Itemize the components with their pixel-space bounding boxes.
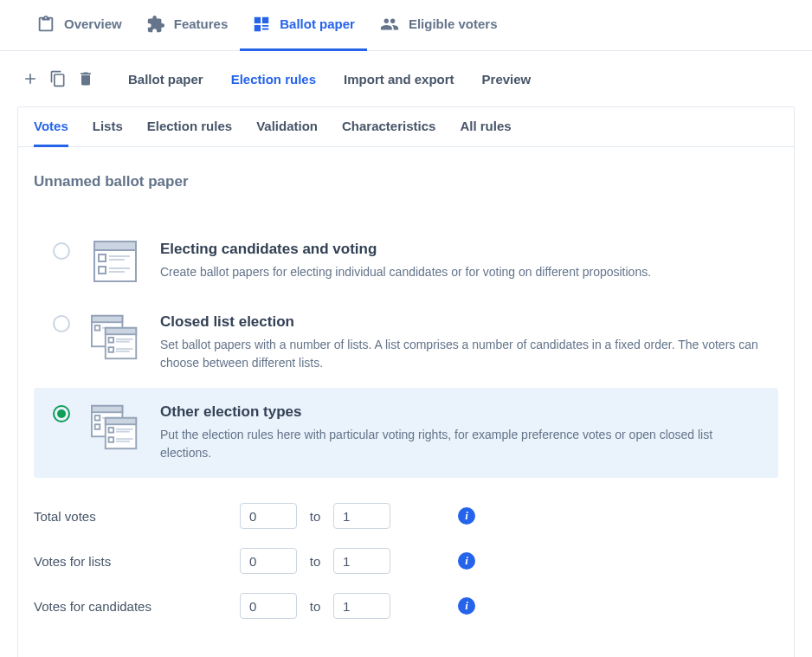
svg-rect-13 xyxy=(106,328,136,334)
copy-icon[interactable] xyxy=(48,69,68,88)
total-votes-from-input[interactable] xyxy=(240,503,297,529)
inner-tab-lists[interactable]: Lists xyxy=(93,107,123,147)
option-desc: Set ballot papers with a number of lists… xyxy=(160,336,759,372)
rule-row-total-votes: Total votes to i xyxy=(34,493,778,538)
rules-grid: Total votes to i Votes for lists to i Vo… xyxy=(34,493,778,628)
to-label: to xyxy=(306,554,325,569)
svg-rect-26 xyxy=(106,418,136,424)
inner-tab-validation[interactable]: Validation xyxy=(256,107,318,147)
top-nav: Overview Features Ballot paper Eligible … xyxy=(0,0,812,51)
sub-tab-election-rules[interactable]: Election rules xyxy=(217,72,330,87)
inner-tab-all-rules[interactable]: All rules xyxy=(460,107,511,147)
nav-eligible-voters[interactable]: Eligible voters xyxy=(367,0,510,51)
votes-candidates-from-input[interactable] xyxy=(240,593,297,619)
sub-tab-ballot-paper[interactable]: Ballot paper xyxy=(114,72,217,87)
nav-overview[interactable]: Overview xyxy=(24,0,134,51)
votes-lists-from-input[interactable] xyxy=(240,548,297,574)
people-icon xyxy=(379,15,400,34)
info-icon[interactable]: i xyxy=(458,552,475,570)
to-label: to xyxy=(306,509,325,524)
stacked-lists-icon xyxy=(91,313,139,362)
clipboard-icon xyxy=(36,15,55,34)
option-other-election-types[interactable]: Other election types Put the election ru… xyxy=(34,388,778,478)
votes-lists-to-input[interactable] xyxy=(333,548,390,574)
puzzle-icon xyxy=(146,15,165,34)
svg-rect-21 xyxy=(92,406,122,412)
sub-toolbar: Ballot paper Election rules Import and e… xyxy=(0,51,812,106)
radio-selected[interactable] xyxy=(53,405,70,422)
votes-candidates-to-input[interactable] xyxy=(333,593,390,619)
option-electing-candidates[interactable]: Electing candidates and voting Create ba… xyxy=(34,225,778,298)
option-desc: Put the election rules here with particu… xyxy=(160,426,759,462)
rule-row-votes-candidates: Votes for candidates to i xyxy=(34,583,778,628)
inner-tab-election-rules[interactable]: Election rules xyxy=(147,107,232,147)
inner-tabs: Votes Lists Election rules Validation Ch… xyxy=(18,107,794,147)
option-title: Closed list election xyxy=(160,313,759,331)
rule-label: Votes for lists xyxy=(34,554,231,569)
nav-features[interactable]: Features xyxy=(134,0,241,51)
stacked-lists-icon xyxy=(91,403,139,452)
rule-label: Total votes xyxy=(34,509,231,524)
main-panel: Votes Lists Election rules Validation Ch… xyxy=(17,106,795,657)
option-desc: Create ballot papers for electing indivi… xyxy=(160,263,759,281)
rule-row-votes-lists: Votes for lists to i xyxy=(34,538,778,583)
radio-unselected[interactable] xyxy=(53,315,70,332)
ballot-icon xyxy=(252,15,271,34)
nav-label: Overview xyxy=(64,16,122,31)
single-list-icon xyxy=(91,241,139,282)
sub-tab-preview[interactable]: Preview xyxy=(468,72,545,87)
sub-tab-import-export[interactable]: Import and export xyxy=(330,72,468,87)
option-closed-list[interactable]: Closed list election Set ballot papers w… xyxy=(34,298,778,388)
to-label: to xyxy=(306,599,325,614)
delete-icon[interactable] xyxy=(76,69,95,88)
svg-rect-9 xyxy=(92,316,122,322)
option-title: Other election types xyxy=(160,403,759,421)
panel-content: Unnamed ballot paper Electing candidates… xyxy=(18,147,794,657)
svg-rect-1 xyxy=(94,242,136,250)
nav-label: Ballot paper xyxy=(280,16,355,31)
ballot-title: Unnamed ballot paper xyxy=(34,173,778,190)
inner-tab-votes[interactable]: Votes xyxy=(34,107,68,147)
info-icon[interactable]: i xyxy=(458,507,475,525)
nav-label: Features xyxy=(174,16,229,31)
option-title: Electing candidates and voting xyxy=(160,241,759,258)
tool-icon-group xyxy=(21,69,95,88)
add-icon[interactable] xyxy=(21,69,40,88)
inner-tab-characteristics[interactable]: Characteristics xyxy=(342,107,435,147)
radio-unselected[interactable] xyxy=(53,242,70,260)
total-votes-to-input[interactable] xyxy=(333,503,390,529)
rule-label: Votes for candidates xyxy=(34,599,231,614)
nav-ballot-paper[interactable]: Ballot paper xyxy=(240,0,367,51)
nav-label: Eligible voters xyxy=(409,16,498,31)
info-icon[interactable]: i xyxy=(458,597,475,615)
